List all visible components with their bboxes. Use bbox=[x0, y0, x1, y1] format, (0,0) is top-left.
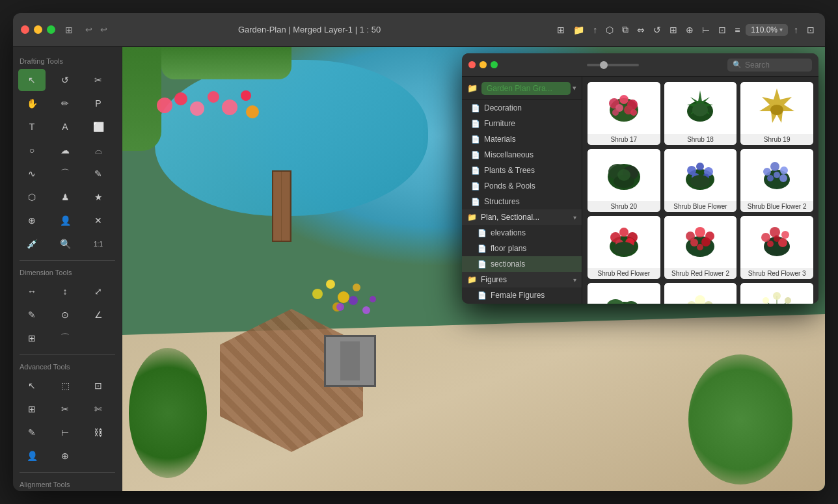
tree-item-sectionals[interactable]: 📄 sectionals bbox=[462, 256, 582, 272]
export-icon[interactable]: ↑ bbox=[590, 23, 600, 36]
star-tool[interactable]: ★ bbox=[85, 186, 112, 208]
adv-drag[interactable]: ⊞ bbox=[18, 398, 46, 420]
ratio-tool[interactable]: 1:1 bbox=[85, 233, 112, 255]
thumb-shrub-red[interactable]: Shrub Red Flower bbox=[588, 216, 660, 279]
layers2-icon[interactable]: ≡ bbox=[732, 23, 742, 36]
tree-item-male-figures[interactable]: 📄 Male Figures bbox=[462, 303, 582, 304]
sidebar-toggle-icon[interactable]: ⊞ bbox=[63, 23, 75, 36]
align-tools-icon[interactable]: ⊢ bbox=[699, 23, 712, 36]
canvas-area[interactable]: 🔍 📁 Garden Plan Gra... ▾ bbox=[122, 47, 825, 491]
arc-tool[interactable]: ⌒ bbox=[51, 163, 79, 185]
zoom-dropdown-icon[interactable]: ▾ bbox=[779, 26, 783, 33]
rotate-tool[interactable]: ↺ bbox=[51, 69, 79, 91]
folder-icon[interactable]: 📁 bbox=[571, 23, 587, 36]
person-tool[interactable]: 👤 bbox=[51, 209, 79, 232]
thumb-shrub17[interactable]: Shrub 17 bbox=[588, 82, 660, 145]
adv-person[interactable]: 👤 bbox=[18, 445, 46, 467]
dim-arc-tool[interactable]: ⌒ bbox=[51, 327, 79, 349]
figure-tool[interactable]: ♟ bbox=[51, 186, 79, 208]
tree-item-plants[interactable]: 📄 Plants & Trees bbox=[462, 163, 582, 178]
close-button[interactable] bbox=[21, 25, 29, 34]
eyedropper-tool[interactable]: 💉 bbox=[18, 233, 46, 255]
tree-item-structures[interactable]: 📄 Structures bbox=[462, 194, 582, 209]
tree-item-furniture[interactable]: 📄 Furniture bbox=[462, 116, 582, 131]
tree-item-female-figures[interactable]: 📄 Female Figures bbox=[462, 287, 582, 303]
freeform-tool[interactable]: ⌓ bbox=[85, 139, 112, 161]
tree-item-decoration[interactable]: 📄 Decoration bbox=[462, 100, 582, 116]
snapping-icon[interactable]: ⊕ bbox=[683, 23, 696, 36]
dim-h-tool[interactable]: ↔ bbox=[18, 280, 46, 302]
tree-item-miscellaneous[interactable]: 📄 Miscellaneous bbox=[462, 147, 582, 163]
undo-icon[interactable]: ↩ bbox=[83, 23, 95, 36]
thumb-shrub20[interactable]: Shrub 20 bbox=[588, 149, 660, 212]
adv-frame[interactable]: ⬚ bbox=[51, 375, 79, 397]
adv-crop[interactable]: ⊡ bbox=[85, 375, 112, 397]
slider-thumb[interactable] bbox=[600, 61, 608, 69]
trim-tool[interactable]: ✂ bbox=[85, 69, 112, 91]
thumb-shrub-red2[interactable]: Shrub Red Flower 2 bbox=[664, 216, 737, 279]
adv-cut[interactable]: ✂ bbox=[51, 398, 79, 420]
adv-scissors[interactable]: ✄ bbox=[85, 398, 112, 420]
adv-break[interactable]: ✎ bbox=[18, 421, 46, 444]
copy-icon[interactable]: ⧉ bbox=[619, 23, 631, 36]
library-title[interactable]: Garden Plan Gra... bbox=[481, 82, 571, 95]
thumb-row4-3[interactable]: Shrub 19 bbox=[740, 283, 813, 304]
text-tool[interactable]: T bbox=[18, 116, 46, 138]
maximize-button[interactable] bbox=[47, 25, 55, 34]
flip-h-icon[interactable]: ⇔ bbox=[634, 23, 647, 36]
pencil-tool[interactable]: ✎ bbox=[85, 163, 112, 185]
cloud-tool[interactable]: ☁ bbox=[51, 139, 79, 161]
label-tool[interactable]: P bbox=[85, 92, 112, 114]
panel-maximize[interactable] bbox=[491, 61, 498, 68]
dim-plus-tool[interactable]: ⊞ bbox=[18, 327, 46, 349]
fullscreen-icon[interactable]: ⊡ bbox=[804, 23, 817, 36]
circle-tool[interactable]: ○ bbox=[18, 139, 46, 161]
pen-tool[interactable]: ✏ bbox=[51, 92, 79, 114]
slider-track[interactable] bbox=[587, 64, 639, 66]
adv-measure[interactable]: ⊢ bbox=[51, 421, 79, 444]
share2-icon[interactable]: ↑ bbox=[791, 23, 801, 36]
thumb-shrub-red3[interactable]: Shrub Red Flower 3 bbox=[740, 216, 813, 279]
font-tool[interactable]: A bbox=[51, 116, 79, 138]
minimize-button[interactable] bbox=[34, 25, 42, 34]
thumb-row4-2[interactable]: Shrub 19 bbox=[664, 283, 737, 304]
arrow-back-icon[interactable]: ↺ bbox=[651, 23, 664, 36]
thumb-row4-1[interactable]: Shrub 19 bbox=[588, 283, 660, 304]
search-box[interactable]: 🔍 bbox=[727, 59, 812, 72]
share-icon[interactable]: ⬡ bbox=[603, 23, 616, 36]
dropdown-icon[interactable]: ▾ bbox=[573, 84, 576, 92]
zoom-control[interactable]: 110.0% ▾ bbox=[746, 24, 788, 36]
dim-circle-tool[interactable]: ⊙ bbox=[51, 304, 79, 326]
delete-tool[interactable]: ✕ bbox=[85, 209, 112, 232]
thumb-shrub-blue2[interactable]: Shrub Blue Flower 2 bbox=[740, 149, 813, 212]
adv-select[interactable]: ↖ bbox=[18, 375, 46, 397]
search-input[interactable] bbox=[745, 60, 804, 70]
layers-icon[interactable]: ⊞ bbox=[554, 23, 567, 36]
dim-angled-tool[interactable]: ⤢ bbox=[85, 280, 112, 302]
tree-item-figures[interactable]: 📁 Figures ▾ bbox=[462, 272, 582, 287]
adv-share[interactable]: ⊕ bbox=[51, 445, 79, 467]
tree-item-elevations[interactable]: 📄 elevations bbox=[462, 225, 582, 241]
tree-item-floorplans[interactable]: 📄 floor plans bbox=[462, 241, 582, 256]
panel-close[interactable] bbox=[468, 61, 476, 68]
dim-edit-tool[interactable]: ✎ bbox=[18, 304, 46, 326]
tree-item-plan-sectional[interactable]: 📁 Plan, Sectional... ▾ bbox=[462, 209, 582, 225]
dim-v-tool[interactable]: ↕ bbox=[51, 280, 79, 302]
thumb-shrub-blue[interactable]: Shrub Blue Flower bbox=[664, 149, 737, 212]
hand-tool[interactable]: ✋ bbox=[18, 92, 46, 114]
image-tool[interactable]: ⬜ bbox=[85, 116, 112, 138]
thumb-shrub18[interactable]: Shrub 18 bbox=[664, 82, 737, 145]
measure-icon[interactable]: ⊡ bbox=[716, 23, 729, 36]
adv-link[interactable]: ⛓ bbox=[85, 421, 112, 444]
tree-item-materials[interactable]: 📄 Materials bbox=[462, 131, 582, 147]
panel-minimize[interactable] bbox=[480, 61, 487, 68]
thumb-shrub19[interactable]: Shrub 19 bbox=[740, 82, 813, 145]
grid-icon[interactable]: ⊞ bbox=[667, 23, 680, 36]
wave-tool[interactable]: ∿ bbox=[18, 163, 46, 185]
snap-tool[interactable]: ⊕ bbox=[18, 209, 46, 232]
dim-angle-tool[interactable]: ∠ bbox=[85, 304, 112, 326]
polygon-tool[interactable]: ⬡ bbox=[18, 186, 46, 208]
zoom-tool[interactable]: 🔍 bbox=[51, 233, 79, 255]
select-tool[interactable]: ↖ bbox=[18, 69, 46, 91]
tree-item-ponds[interactable]: 📄 Ponds & Pools bbox=[462, 178, 582, 194]
